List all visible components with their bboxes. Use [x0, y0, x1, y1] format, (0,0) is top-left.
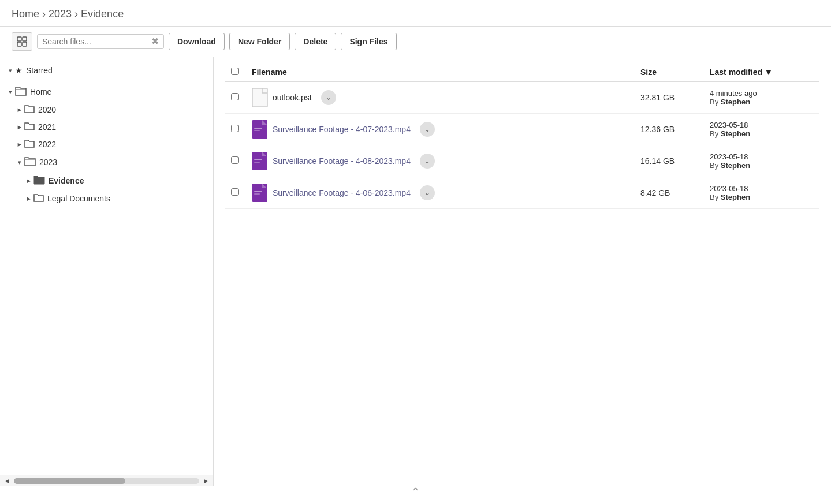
file-cell: Surveillance Footage - 4-08-2023.mp4⌄: [246, 145, 635, 177]
sidebar-label-2020: 2020: [38, 105, 56, 114]
folder-filled-icon-evidence: [33, 174, 45, 187]
folder-icon-2021: [24, 121, 35, 133]
file-mp4-icon: [252, 124, 273, 133]
svg-rect-13: [252, 184, 267, 202]
svg-rect-11: [254, 159, 262, 160]
modified-date: 2023-05-18: [710, 184, 814, 193]
breadcrumb-home[interactable]: Home: [12, 8, 39, 20]
sidebar-item-evidence[interactable]: ► Evidence: [0, 171, 213, 190]
sidebar-item-starred[interactable]: ▾ ★ Starred: [0, 63, 213, 78]
search-clear-icon[interactable]: ✖: [151, 37, 159, 46]
row-download-chevron[interactable]: ⌄: [420, 122, 435, 137]
folder-open-icon-2023: [24, 156, 36, 169]
modified-by: By Stephen: [710, 161, 814, 170]
file-modified: 2023-05-18 By Stephen: [704, 114, 819, 145]
sidebar-item-2023[interactable]: ▾ 2023: [0, 153, 213, 171]
sidebar-label-starred: Starred: [26, 66, 53, 75]
search-box: ✖: [37, 34, 164, 49]
delete-button[interactable]: Delete: [295, 33, 336, 50]
sidebar-label-legal-documents: Legal Documents: [47, 194, 110, 203]
folder-icon-2020: [24, 104, 35, 115]
row-checkbox[interactable]: [231, 93, 239, 100]
file-size: 8.42 GB: [635, 177, 704, 209]
toolbar: ✖ Download New Folder Delete Sign Files: [0, 27, 831, 57]
arrow-evidence: ►: [24, 177, 33, 184]
row-download-chevron[interactable]: ⌄: [420, 185, 435, 200]
file-mp4-icon: [252, 156, 273, 165]
row-checkbox[interactable]: [231, 188, 239, 196]
bottom-chevron[interactable]: ⌃: [411, 486, 420, 486]
arrow-2023: ▾: [15, 159, 24, 166]
modified-by: By Stephen: [710, 193, 814, 201]
h-scroll-track[interactable]: [14, 478, 199, 484]
col-last-modified[interactable]: Last modified ▼: [704, 63, 819, 82]
folder-open-icon-home: [15, 85, 27, 98]
arrow-home: ▾: [6, 88, 15, 96]
file-mp4-icon: [252, 188, 273, 197]
file-size: 32.81 GB: [635, 82, 704, 114]
sidebar-label-2022: 2022: [38, 140, 56, 149]
sidebar-scroll[interactable]: ▾ ★ Starred ▾ Home ► 2020: [0, 57, 213, 475]
sidebar-item-legal-documents[interactable]: ► Legal Documents: [0, 190, 213, 207]
file-modified: 2023-05-18 By Stephen: [704, 145, 819, 177]
modified-by: By Stephen: [710, 98, 814, 106]
sidebar-item-home[interactable]: ▾ Home: [0, 83, 213, 101]
file-cell: Surveillance Footage - 4-07-2023.mp4⌄: [246, 114, 635, 145]
file-modified: 4 minutes ago By Stephen: [704, 82, 819, 114]
select-all-checkbox[interactable]: [231, 68, 239, 75]
arrow-2021: ►: [15, 124, 24, 130]
sidebar-label-2021: 2021: [38, 122, 56, 132]
sidebar-item-2021[interactable]: ► 2021: [0, 118, 213, 136]
file-name-text: Surveillance Footage - 4-06-2023.mp4: [273, 188, 411, 197]
file-cell: outlook.pst⌄: [246, 82, 635, 114]
svg-rect-2: [17, 42, 21, 46]
folder-icon-2022: [24, 139, 35, 150]
scroll-left-arrow[interactable]: ◄: [2, 477, 12, 485]
row-download-chevron[interactable]: ⌄: [321, 90, 336, 105]
breadcrumb-2023[interactable]: 2023: [49, 8, 72, 20]
breadcrumb-sep2: ›: [74, 8, 81, 20]
scroll-right-arrow[interactable]: ►: [202, 477, 211, 485]
modified-date: 2023-05-18: [710, 152, 814, 161]
row-checkbox[interactable]: [231, 125, 239, 132]
svg-rect-12: [254, 162, 260, 163]
file-area: Filename Size Last modified ▼ outlook.ps…: [214, 57, 831, 486]
svg-rect-8: [254, 130, 260, 131]
svg-rect-1: [23, 37, 27, 41]
search-input[interactable]: [42, 37, 151, 46]
grid-view-button[interactable]: [12, 32, 32, 51]
breadcrumb-sep1: ›: [42, 8, 49, 20]
row-download-chevron[interactable]: ⌄: [420, 154, 435, 169]
sign-files-button[interactable]: Sign Files: [341, 33, 396, 50]
file-name-text: outlook.pst: [273, 93, 312, 102]
sidebar-item-2022[interactable]: ► 2022: [0, 136, 213, 153]
download-button[interactable]: Download: [169, 33, 225, 50]
main-layout: ▾ ★ Starred ▾ Home ► 2020: [0, 57, 831, 486]
sidebar-item-2020[interactable]: ► 2020: [0, 101, 213, 118]
star-icon: ★: [15, 66, 23, 75]
file-name-text: Surveillance Footage - 4-08-2023.mp4: [273, 156, 411, 166]
svg-rect-9: [252, 152, 267, 170]
file-cell: Surveillance Footage - 4-06-2023.mp4⌄: [246, 177, 635, 209]
file-size: 12.36 GB: [635, 114, 704, 145]
svg-rect-15: [254, 191, 262, 192]
svg-rect-7: [254, 128, 262, 129]
breadcrumb-evidence: Evidence: [81, 8, 124, 20]
arrow-2020: ►: [15, 106, 24, 113]
arrow-legal-documents: ►: [24, 195, 33, 202]
sidebar: ▾ ★ Starred ▾ Home ► 2020: [0, 57, 214, 486]
table-row[interactable]: Surveillance Footage - 4-06-2023.mp4⌄8.4…: [225, 177, 819, 209]
file-size: 16.14 GB: [635, 145, 704, 177]
col-filename: Filename: [246, 63, 635, 82]
arrow-starred: ▾: [6, 67, 15, 74]
table-row[interactable]: outlook.pst⌄32.81 GB4 minutes ago By Ste…: [225, 82, 819, 114]
col-size: Size: [635, 63, 704, 82]
breadcrumb: Home › 2023 › Evidence: [0, 0, 831, 27]
table-row[interactable]: Surveillance Footage - 4-07-2023.mp4⌄12.…: [225, 114, 819, 145]
file-table: Filename Size Last modified ▼ outlook.ps…: [225, 63, 819, 209]
modified-date: 2023-05-18: [710, 121, 814, 129]
row-checkbox[interactable]: [231, 156, 239, 164]
h-scroll-thumb: [14, 478, 125, 484]
table-row[interactable]: Surveillance Footage - 4-08-2023.mp4⌄16.…: [225, 145, 819, 177]
new-folder-button[interactable]: New Folder: [229, 33, 290, 50]
